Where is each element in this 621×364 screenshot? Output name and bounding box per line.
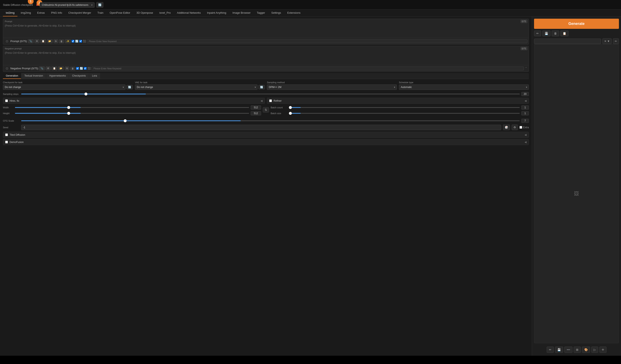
cfg-scale-label: CFG Scale: [3, 120, 19, 122]
tab-inpaint-anything[interactable]: Inpaint Anything: [204, 10, 229, 17]
tab-tagger[interactable]: Tagger: [254, 10, 268, 17]
tab-isnet-pro[interactable]: isnet_Pro: [156, 10, 174, 17]
prompt-load-btn[interactable]: 📂: [47, 39, 53, 43]
tab-openpose-editor[interactable]: OpenPose Editor: [107, 10, 133, 17]
checkpoint-for-task-group: Checkpoint for task Do not change ▼ 🔄: [3, 81, 133, 90]
bottom-minus-btn[interactable]: ➖: [564, 347, 572, 353]
negative-paste-btn[interactable]: 📋: [52, 66, 57, 70]
schedule-type-select[interactable]: Automatic Karras Exponential Polyexponen…: [399, 85, 529, 90]
checkpoint-for-task-select[interactable]: Do not change: [3, 85, 126, 90]
checkpoint-for-task-refresh-btn[interactable]: 🔄: [126, 85, 133, 89]
tiled-diffusion-checkbox[interactable]: [5, 133, 8, 136]
checkpoint-label: Stable Diffusion checkpoint: [3, 3, 33, 6]
style-edit-btn[interactable]: ✏: [613, 38, 619, 44]
negative-prompt-textarea[interactable]: [3, 50, 529, 64]
action-sketch-btn[interactable]: ✏: [534, 31, 541, 36]
width-label: Width: [3, 106, 13, 109]
prompt-settings-btn[interactable]: ⚙: [34, 39, 39, 43]
seed-input[interactable]: [21, 125, 501, 130]
subtab-hypernetworks[interactable]: Hypernetworks: [46, 73, 69, 79]
hires-fix-checkbox[interactable]: [5, 99, 8, 102]
subtab-checkpoints[interactable]: Checkpoints: [69, 73, 89, 79]
batch-count-slider[interactable]: [289, 107, 520, 108]
cfg-scale-slider[interactable]: [21, 120, 520, 121]
action-copy-btn[interactable]: 📋: [560, 31, 569, 36]
negative-settings-btn[interactable]: ⚙: [46, 66, 51, 70]
swap-dimensions-button[interactable]: ⇅: [263, 107, 269, 112]
tab-extensions[interactable]: Extensions: [284, 10, 303, 17]
prompt-magic-btn[interactable]: ✨: [65, 39, 71, 43]
tab-img2img[interactable]: img2img: [18, 10, 34, 17]
vae-for-task-refresh-btn[interactable]: 🔄: [259, 85, 265, 89]
prompt-clip-btn[interactable]: 📎: [28, 39, 34, 43]
bottom-color-btn[interactable]: 🎨: [582, 347, 590, 353]
refiner-checkbox[interactable]: [269, 99, 272, 102]
prompt-textarea[interactable]: [3, 23, 529, 37]
seed-extra-checkbox[interactable]: [519, 126, 522, 129]
tab-additional-networks[interactable]: Additional Networks: [174, 10, 204, 17]
negative-load-btn[interactable]: 📂: [58, 66, 64, 70]
bottom-save-btn[interactable]: 💾: [555, 347, 563, 353]
negative-collapse-arrow[interactable]: ⌃: [525, 66, 527, 70]
negative-copy2-btn[interactable]: ⧉: [65, 66, 69, 70]
batch-size-label: Batch size: [271, 112, 287, 115]
prompt-keyword-input[interactable]: [87, 39, 528, 43]
refiner-section[interactable]: Refiner ◀: [267, 98, 529, 104]
tab-image-browser[interactable]: Image Browser: [230, 10, 253, 17]
prompt-checkbox2[interactable]: [79, 40, 82, 43]
negative-checkbox2[interactable]: [84, 67, 86, 70]
hires-fix-section[interactable]: Hires. fix ◀: [3, 98, 265, 104]
checkpoint-refresh-button[interactable]: 🔄: [96, 2, 103, 8]
tab-3d-openpose[interactable]: 3D Openpose: [134, 10, 156, 17]
style-close-btn[interactable]: ✕ ▼: [602, 38, 612, 44]
bottom-select-btn[interactable]: ▷: [591, 347, 598, 353]
tab-txt2img[interactable]: txt2img: [3, 10, 17, 17]
tab-settings[interactable]: Settings: [268, 10, 284, 17]
prompt-paste-btn[interactable]: 📋: [40, 39, 46, 43]
seed-recycle-btn[interactable]: ♻: [512, 124, 518, 130]
demo-fusion-checkbox[interactable]: [5, 141, 8, 143]
seed-reset-btn[interactable]: 🎲: [503, 124, 510, 130]
checkpoint-select[interactable]: Chilloutmix-Ni-pruned-fp16-fix.safetenso…: [40, 2, 95, 8]
subtab-generation[interactable]: Generation: [3, 73, 21, 79]
vae-for-task-select[interactable]: Do not change: [135, 85, 258, 90]
prompt-collapse-btn[interactable]: ⊙: [4, 39, 10, 44]
nav-tabs: txt2img img2img Extras PNG Info Checkpoi…: [0, 10, 621, 17]
negative-trash-btn[interactable]: 🗑: [70, 67, 75, 70]
generation-sub-tabs: Generation Textual Inversion Hypernetwor…: [3, 73, 529, 79]
bottom-crosshair-btn[interactable]: ✛: [599, 347, 606, 353]
seed-extra-label: Extra: [523, 126, 529, 129]
tiled-diffusion-row[interactable]: Tiled Diffusion ◀: [3, 132, 529, 138]
prompt-toolbar-label-text: Prompt: [10, 40, 19, 43]
generate-button[interactable]: Generate: [534, 19, 619, 29]
bottom-edit-btn[interactable]: ✏: [547, 347, 554, 353]
height-slider[interactable]: [15, 113, 249, 114]
style-input[interactable]: [534, 39, 601, 44]
height-label: Height: [3, 112, 13, 115]
negative-prompt-collapse-btn[interactable]: ⊙: [4, 66, 10, 71]
sampling-method-select[interactable]: DPM++ 2M Euler a Euler LMS Heun DPM2: [267, 85, 397, 90]
action-delete-btn[interactable]: 🗑: [552, 31, 559, 36]
tab-checkpoint-merger[interactable]: Checkpoint Merger: [65, 10, 94, 17]
prompt-trash-btn[interactable]: 🗑: [59, 39, 64, 43]
tab-png-info[interactable]: PNG Info: [48, 10, 65, 17]
action-save-btn[interactable]: 💾: [542, 31, 551, 36]
batch-size-slider[interactable]: [289, 113, 520, 114]
prompt-copy2-btn[interactable]: ⧉: [53, 39, 58, 43]
tab-extras[interactable]: Extras: [34, 10, 48, 17]
negative-token-count: 0/75: [520, 47, 527, 50]
bottom-grid-btn[interactable]: ⊞: [574, 347, 581, 353]
prompt-checkbox1[interactable]: [72, 40, 74, 43]
sampling-steps-slider[interactable]: [21, 94, 520, 94]
sampling-steps-label: Sampling steps: [3, 93, 19, 95]
width-slider[interactable]: [15, 107, 249, 108]
demo-fusion-row[interactable]: DemoFusion ◀: [3, 139, 529, 145]
action-buttons-row: ✏ 💾 🗑 📋: [534, 31, 619, 36]
subtab-textual-inversion[interactable]: Textual Inversion: [21, 73, 46, 79]
negative-checkbox1[interactable]: [76, 67, 79, 70]
cfg-scale-row: CFG Scale 7: [3, 119, 529, 123]
negative-keyword-input[interactable]: [91, 67, 524, 70]
subtab-lora[interactable]: Lora: [89, 73, 100, 79]
tab-train[interactable]: Train: [94, 10, 106, 17]
negative-clip-btn[interactable]: 📎: [39, 66, 45, 70]
